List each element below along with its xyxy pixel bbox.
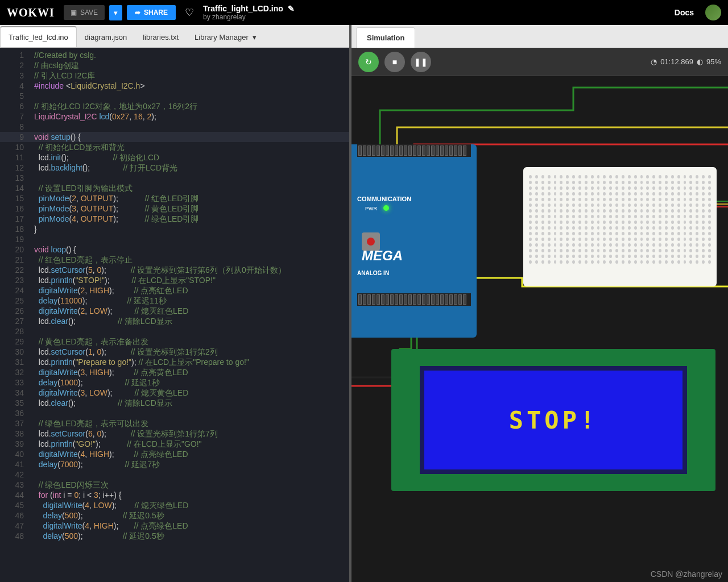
restart-icon: ↻ [365, 57, 372, 66]
save-button[interactable]: ▣ SAVE [64, 5, 105, 20]
sim-perf: 95% [706, 57, 721, 66]
sim-tabs: Simulation [351, 25, 728, 48]
lcd-module[interactable]: STOP! [391, 349, 715, 491]
arduino-pwr-label: PWR [365, 206, 377, 211]
editor-tabs: Traffic_led_lcd.ino diagram.json librari… [0, 25, 349, 48]
stopwatch-icon: ◔ [651, 57, 657, 66]
breadboard[interactable] [523, 167, 717, 286]
save-icon: ▣ [71, 9, 77, 16]
project-author: by zhangrelay [203, 13, 295, 21]
tab-library-manager[interactable]: Library Manager ▾ [187, 27, 264, 47]
avatar[interactable] [705, 5, 721, 20]
sim-toolbar: ↻ ■ ❚❚ ◔ 01:12.869 ◐ 95% [351, 48, 728, 76]
watermark: CSDN @zhangrelay [651, 569, 722, 579]
sim-canvas[interactable]: COMMUNICATION PWR MEGA ANALOG IN 1 GND V… [351, 76, 728, 582]
project-info: Traffic_light_LCD.ino ✎ by zhangrelay [203, 4, 295, 21]
top-bar: WOKWI ▣ SAVE ▾ ➦ SHARE ♡ Traffic_light_L… [0, 0, 728, 25]
analog-label: ANALOG IN [357, 270, 389, 276]
arduino-board[interactable]: COMMUNICATION PWR MEGA ANALOG IN [351, 144, 477, 338]
chevron-down-icon: ▾ [114, 9, 118, 17]
tab-sketch[interactable]: Traffic_led_lcd.ino [0, 26, 77, 47]
edit-icon[interactable]: ✎ [288, 4, 295, 13]
project-title: Traffic_light_LCD.ino ✎ [203, 4, 295, 13]
chevron-down-icon: ▾ [253, 33, 257, 41]
tab-simulation[interactable]: Simulation [356, 27, 415, 48]
logo[interactable]: WOKWI [7, 6, 55, 19]
lcd-screen: STOP! [420, 366, 687, 474]
gauge-icon: ◐ [697, 57, 703, 66]
restart-button[interactable]: ↻ [358, 52, 379, 72]
stop-icon: ■ [392, 57, 397, 66]
share-button[interactable]: ➦ SHARE [127, 5, 176, 20]
tab-diagram[interactable]: diagram.json [77, 27, 135, 47]
code-editor[interactable]: 1//Created by cslg.2// 由cslg创建3// 引入LCD … [0, 48, 349, 582]
power-led [383, 205, 389, 211]
lcd-text: STOP! [509, 406, 598, 434]
tab-libraries[interactable]: libraries.txt [135, 27, 187, 47]
docs-link[interactable]: Docs [675, 8, 694, 17]
sim-stats: ◔ 01:12.869 ◐ 95% [651, 57, 721, 66]
editor-pane: Traffic_led_lcd.ino diagram.json librari… [0, 25, 349, 582]
heart-icon[interactable]: ♡ [185, 6, 194, 19]
share-icon: ➦ [135, 9, 140, 16]
stop-button[interactable]: ■ [384, 52, 405, 72]
sim-time: 01:12.869 [660, 57, 693, 66]
simulation-pane: Simulation ↻ ■ ❚❚ ◔ 01:12.869 ◐ 95% [349, 25, 728, 582]
arduino-comm-label: COMMUNICATION [357, 196, 411, 202]
pause-icon: ❚❚ [414, 57, 428, 66]
share-label: SHARE [144, 9, 168, 16]
save-dropdown[interactable]: ▾ [109, 5, 122, 20]
mega-label: MEGA [362, 248, 403, 264]
pause-button[interactable]: ❚❚ [411, 52, 431, 72]
save-label: SAVE [80, 9, 98, 16]
